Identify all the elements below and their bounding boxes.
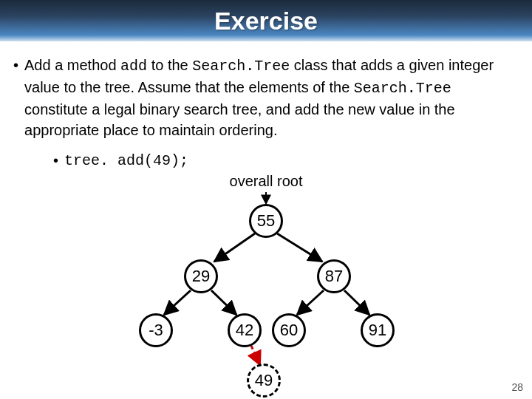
code-fragment: Search.Tree (354, 80, 451, 97)
title-bar: Exercise (0, 0, 532, 41)
sub-bullet: • tree. add(49); (53, 152, 519, 169)
tree-node-neg3: -3 (139, 313, 173, 347)
svg-line-7 (251, 346, 260, 365)
text-fragment: Add a method (24, 57, 120, 73)
svg-line-1 (214, 233, 255, 262)
tree-node-55: 55 (249, 204, 283, 238)
svg-line-2 (277, 233, 322, 262)
sub-bullet-code: tree. add(49); (64, 152, 188, 169)
tree-node-29: 29 (184, 259, 218, 293)
svg-line-3 (164, 290, 191, 315)
main-bullet: • Add a method add to the Search.Tree cl… (13, 55, 519, 140)
svg-line-5 (297, 290, 324, 315)
tree-node-49-inserted: 49 (247, 364, 281, 398)
slide-title: Exercise (214, 7, 318, 35)
page-number: 28 (511, 381, 523, 393)
svg-line-6 (344, 290, 369, 315)
code-fragment: Search.Tree (192, 58, 290, 75)
sub-bullet-dot: • (53, 152, 58, 169)
svg-line-4 (211, 290, 236, 315)
bullet-body: Add a method add to the Search.Tree clas… (24, 55, 519, 140)
code-fragment: add (120, 58, 147, 75)
content-area: • Add a method add to the Search.Tree cl… (0, 41, 532, 169)
tree-node-91: 91 (361, 313, 395, 347)
tree-node-42: 42 (228, 313, 262, 347)
tree-diagram: 55 29 87 -3 42 60 91 49 (0, 188, 532, 387)
tree-node-87: 87 (317, 259, 351, 293)
text-fragment: to the (147, 57, 192, 73)
text-fragment: constitute a legal binary search tree, a… (24, 101, 455, 138)
bullet-dot: • (13, 55, 18, 75)
tree-node-60: 60 (272, 313, 306, 347)
